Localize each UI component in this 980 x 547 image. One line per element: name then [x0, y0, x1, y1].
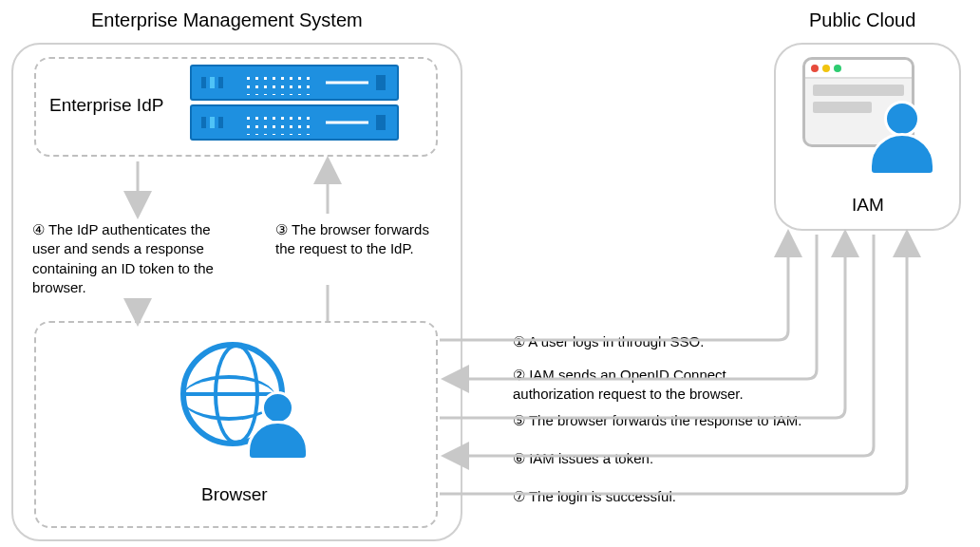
- iam-label: IAM: [852, 195, 884, 216]
- server-rack-icon: [190, 65, 408, 144]
- step-6-caption: ⑥ IAM issues a token.: [513, 449, 653, 468]
- step-3-caption: ③ The browser forwards the request to th…: [275, 220, 437, 259]
- step-1-caption: ① A user logs in through SSO.: [513, 332, 704, 351]
- enterprise-idp-label: Enterprise IdP: [49, 95, 163, 116]
- step-2-caption: ② IAM sends an OpenID Connect authorizat…: [513, 366, 783, 405]
- step-4-caption: ④ The IdP authenticates the user and sen…: [32, 220, 241, 297]
- iam-window-user-icon: [802, 57, 935, 185]
- step-7-caption: ⑦ The login is successful.: [513, 487, 676, 506]
- browser-globe-user-icon: [176, 337, 309, 461]
- step-5-caption: ⑤ The browser forwards the response to I…: [513, 411, 802, 430]
- public-cloud-title: Public Cloud: [809, 9, 915, 31]
- browser-label: Browser: [201, 484, 268, 505]
- enterprise-title: Enterprise Management System: [91, 9, 363, 31]
